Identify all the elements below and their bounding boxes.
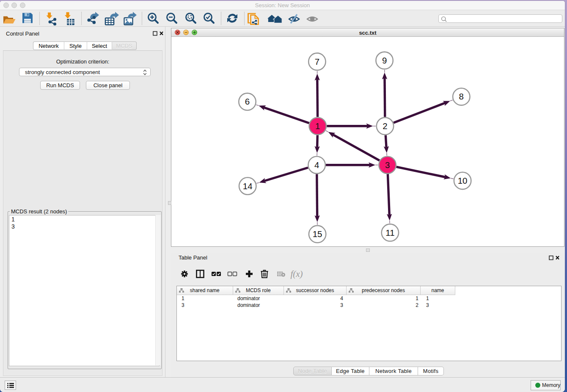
svg-text:6: 6 bbox=[245, 97, 250, 106]
svg-text:7: 7 bbox=[315, 57, 319, 66]
svg-text:11: 11 bbox=[385, 228, 394, 237]
svg-text:10: 10 bbox=[458, 176, 468, 185]
svg-text:8: 8 bbox=[459, 91, 464, 101]
svg-text:3: 3 bbox=[385, 160, 390, 170]
svg-text:1: 1 bbox=[315, 121, 320, 131]
svg-text:2: 2 bbox=[383, 121, 387, 131]
svg-text:f(x): f(x) bbox=[290, 269, 303, 279]
svg-text:4: 4 bbox=[314, 160, 319, 170]
svg-text:9: 9 bbox=[382, 55, 387, 65]
svg-text:14: 14 bbox=[243, 181, 253, 191]
svg-text:15: 15 bbox=[313, 229, 322, 239]
